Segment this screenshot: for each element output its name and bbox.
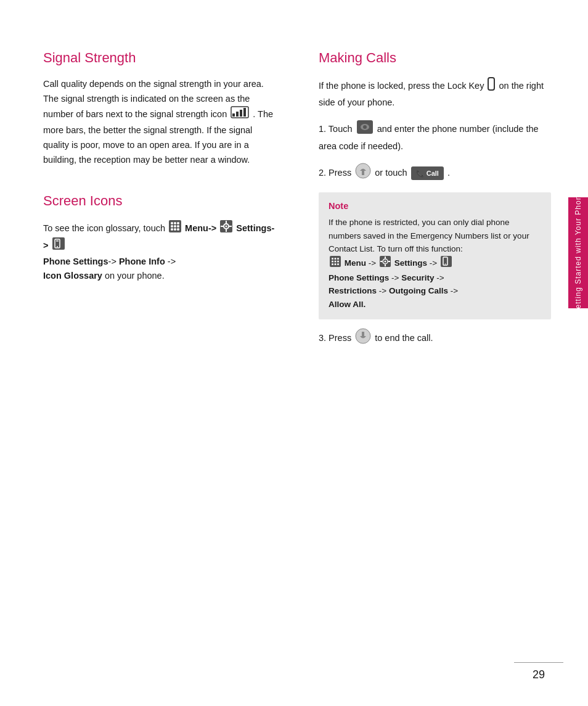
signal-strength-section: Signal Strength Call quality depends on … bbox=[43, 49, 276, 168]
note-arrow2: -> bbox=[430, 258, 437, 268]
icon-glossary-text: Icon Glossary bbox=[43, 271, 102, 281]
arrow2: -> bbox=[168, 257, 176, 266]
note-allow-all: Allow All. bbox=[329, 300, 365, 309]
note-phone-settings: Phone Settings bbox=[329, 273, 389, 282]
side-tab: Getting Started with Your Phone bbox=[568, 197, 588, 308]
svg-point-29 bbox=[363, 125, 367, 129]
making-calls-title: Making Calls bbox=[319, 49, 551, 67]
phone-info-text: Phone Info bbox=[119, 257, 165, 266]
screen-icons-section: Screen Icons To see the icon glossary, t… bbox=[43, 192, 276, 284]
step-1: 1. Touch and enter the phone number (inc… bbox=[319, 120, 551, 154]
svg-point-10 bbox=[174, 225, 176, 228]
svg-rect-31 bbox=[362, 170, 364, 175]
svg-point-33 bbox=[332, 258, 333, 260]
step2-middle: or touch bbox=[375, 168, 407, 178]
touch-phone-icon bbox=[356, 120, 374, 139]
note-box: Note If the phone is restricted, you can… bbox=[319, 192, 551, 319]
svg-rect-3 bbox=[240, 110, 242, 117]
svg-point-51 bbox=[445, 263, 446, 265]
svg-point-44 bbox=[384, 260, 386, 262]
svg-rect-4 bbox=[243, 108, 246, 117]
note-text1: If the phone is restricted, you can only… bbox=[329, 218, 529, 253]
note-arrow1: -> bbox=[369, 258, 376, 268]
note-outgoing: Outgoing Calls bbox=[389, 286, 448, 295]
note-settings-label: Settings bbox=[394, 258, 427, 268]
settings-icon bbox=[220, 220, 232, 237]
svg-point-17 bbox=[226, 225, 227, 227]
screen-icons-body: To see the icon glossary, touch bbox=[43, 220, 276, 284]
svg-point-36 bbox=[332, 260, 333, 262]
call-button-icon: 📞 Call bbox=[411, 166, 444, 180]
svg-point-41 bbox=[337, 263, 339, 265]
svg-point-24 bbox=[57, 246, 58, 247]
arrow1: -> bbox=[108, 257, 116, 266]
svg-rect-46 bbox=[385, 265, 386, 266]
right-column: Making Calls If the phone is locked, pre… bbox=[312, 49, 551, 358]
send-key-icon bbox=[355, 163, 371, 184]
svg-rect-1 bbox=[232, 113, 235, 117]
note-security: Security bbox=[401, 273, 434, 282]
note-content: If the phone is restricted, you can only… bbox=[329, 216, 541, 311]
divider-line bbox=[514, 662, 563, 663]
note-restrictions: Restrictions bbox=[329, 286, 377, 295]
two-column-layout: Signal Strength Call quality depends on … bbox=[43, 49, 551, 358]
signal-strength-icon bbox=[231, 106, 249, 123]
svg-rect-2 bbox=[236, 112, 239, 117]
end-call-icon bbox=[355, 328, 371, 349]
svg-point-12 bbox=[171, 228, 173, 231]
step-3: 3. Press to end the call. bbox=[319, 328, 551, 349]
svg-rect-20 bbox=[221, 226, 223, 227]
step2-text: 2. Press or touch 📞 Call . bbox=[319, 163, 450, 184]
making-calls-section: Making Calls If the phone is locked, pre… bbox=[319, 49, 551, 110]
note-arrow5: -> bbox=[379, 286, 386, 295]
making-calls-intro: If the phone is locked, press the Lock K… bbox=[319, 77, 551, 110]
svg-rect-26 bbox=[488, 78, 494, 90]
left-column: Signal Strength Call quality depends on … bbox=[43, 49, 288, 358]
step3-suffix: to end the call. bbox=[375, 333, 433, 343]
svg-point-8 bbox=[177, 222, 179, 224]
phone-settings-text: Phone Settings bbox=[43, 257, 108, 266]
svg-point-34 bbox=[335, 258, 337, 260]
svg-point-38 bbox=[337, 260, 339, 262]
page-container: Signal Strength Call quality depends on … bbox=[0, 0, 588, 706]
lock-key-icon bbox=[488, 77, 495, 96]
svg-point-14 bbox=[177, 228, 179, 231]
menu-label: Menu-> bbox=[185, 223, 216, 233]
svg-point-13 bbox=[174, 228, 176, 231]
note-phone-settings-icon bbox=[441, 256, 452, 271]
step3-text: 3. Press to end the call. bbox=[319, 328, 433, 349]
menu-icon bbox=[169, 220, 181, 237]
side-tab-text: Getting Started with Your Phone bbox=[574, 191, 582, 315]
step-2: 2. Press or touch 📞 Call . bbox=[319, 163, 551, 184]
screen-icons-title: Screen Icons bbox=[43, 192, 276, 210]
svg-point-11 bbox=[177, 225, 179, 228]
page-number: 29 bbox=[533, 668, 545, 681]
intro-text1: If the phone is locked, press the Lock K… bbox=[319, 80, 484, 90]
svg-point-37 bbox=[335, 260, 337, 262]
svg-rect-53 bbox=[362, 332, 364, 337]
svg-rect-47 bbox=[380, 261, 382, 262]
step1-prefix: 1. Touch bbox=[319, 124, 353, 134]
svg-point-9 bbox=[171, 225, 173, 228]
signal-strength-title: Signal Strength bbox=[43, 49, 276, 67]
svg-point-7 bbox=[174, 222, 176, 224]
svg-point-40 bbox=[335, 263, 337, 265]
screen-icons-text1: To see the icon glossary, touch bbox=[43, 223, 165, 233]
note-title: Note bbox=[329, 201, 541, 211]
svg-rect-25 bbox=[56, 240, 59, 242]
svg-rect-18 bbox=[226, 221, 227, 223]
note-menu-label: Menu bbox=[345, 258, 366, 268]
on-phone-text: on your phone. bbox=[105, 271, 165, 281]
note-settings-icon bbox=[380, 256, 391, 271]
note-menu-icon bbox=[330, 256, 341, 271]
note-arrow4: -> bbox=[436, 273, 444, 282]
svg-point-39 bbox=[332, 263, 333, 265]
note-arrow6: -> bbox=[451, 286, 458, 295]
phone-settings-icon bbox=[52, 237, 65, 255]
note-arrow3: -> bbox=[391, 273, 399, 282]
svg-point-35 bbox=[337, 258, 339, 260]
step2-prefix: 2. Press bbox=[319, 168, 351, 178]
svg-point-6 bbox=[171, 222, 173, 224]
svg-rect-21 bbox=[229, 226, 232, 227]
svg-rect-19 bbox=[226, 229, 227, 232]
